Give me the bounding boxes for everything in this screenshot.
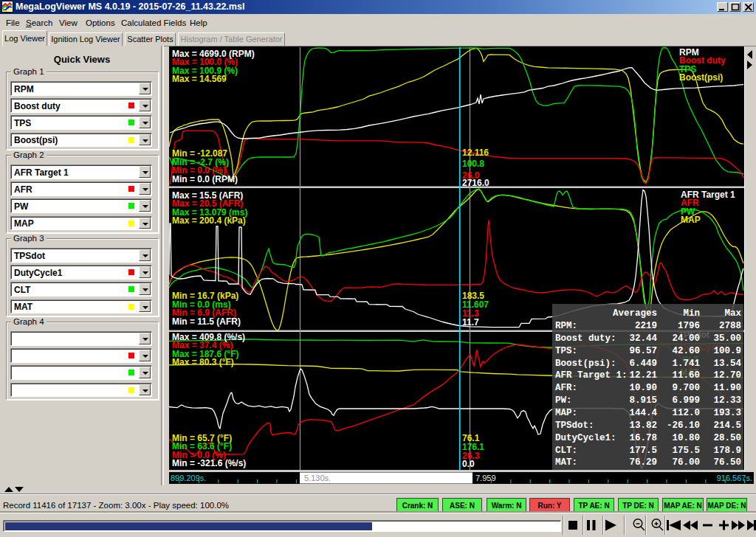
svg-text:12.116: 12.116	[462, 148, 489, 158]
svg-text:899.209s.: 899.209s.	[171, 474, 206, 482]
svg-text:Max = 200.4 (kPa): Max = 200.4 (kPa)	[172, 215, 246, 226]
svg-text:5.130s.: 5.130s.	[304, 474, 331, 482]
svg-text:2716.0: 2716.0	[462, 178, 489, 188]
svg-text:MAP: MAP	[681, 215, 701, 225]
svg-text:Min = -321.6 (%/s): Min = -321.6 (%/s)	[172, 458, 246, 468]
svg-text:7.959: 7.959	[475, 474, 496, 482]
svg-text:Min = 0.0 (RPM): Min = 0.0 (RPM)	[172, 174, 238, 184]
svg-text:Max = 14.569: Max = 14.569	[172, 74, 227, 84]
svg-text:Min = 11.5 (AFR): Min = 11.5 (AFR)	[172, 316, 241, 327]
svg-text:11.7: 11.7	[462, 317, 479, 328]
svg-text:0.0: 0.0	[462, 459, 475, 469]
svg-text:916.567s.: 916.567s.	[717, 474, 752, 482]
svg-text:100.8: 100.8	[462, 159, 484, 169]
svg-text:Max = 80.3 (°F): Max = 80.3 (°F)	[172, 357, 234, 367]
svg-text:Boost(psi): Boost(psi)	[679, 72, 723, 83]
